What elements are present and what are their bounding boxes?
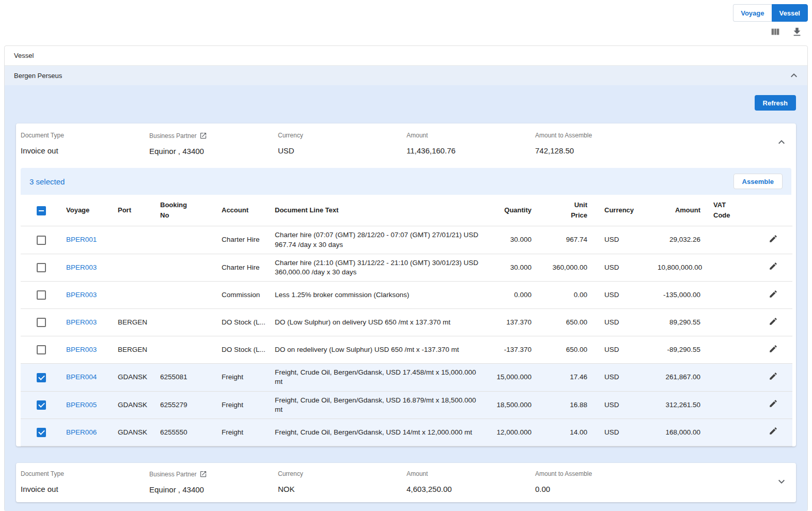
vat-code-cell bbox=[705, 364, 754, 391]
invoice-card-nok-summary: Document Type Invoice out Business Partn… bbox=[21, 463, 791, 502]
port-cell bbox=[114, 282, 156, 309]
voyage-toggle-button[interactable]: Voyage bbox=[733, 4, 771, 22]
selection-bar: 3 selected Assemble bbox=[21, 168, 791, 195]
table-row: BPER006 GDANSK 6255550 Freight Freight, … bbox=[21, 419, 792, 446]
edit-icon[interactable] bbox=[769, 426, 778, 436]
field-business-partner: Business Partner Equinor , 43400 bbox=[149, 470, 278, 494]
row-checkbox[interactable] bbox=[37, 290, 46, 300]
vat-code-cell bbox=[705, 391, 754, 419]
port-cell: BERGEN bbox=[114, 309, 156, 336]
voyage-link[interactable]: BPER003 bbox=[66, 318, 97, 326]
columns-icon[interactable] bbox=[770, 26, 782, 39]
row-checkbox[interactable] bbox=[37, 373, 46, 382]
voyage-link[interactable]: BPER004 bbox=[66, 373, 97, 381]
vat-code-cell bbox=[705, 282, 754, 309]
line-text-cell: Charter hire (07:07 (GMT) 28/12/20 - 07:… bbox=[271, 226, 489, 254]
line-text-cell: Less 1.25% broker commission (Clarksons) bbox=[271, 282, 489, 309]
chevron-down-icon[interactable] bbox=[775, 475, 788, 488]
port-cell bbox=[114, 226, 156, 254]
row-checkbox[interactable] bbox=[37, 400, 46, 410]
edit-icon[interactable] bbox=[769, 289, 778, 299]
vessel-group-row[interactable]: Bergen Perseus bbox=[5, 66, 807, 85]
row-checkbox[interactable] bbox=[37, 345, 46, 354]
table-toolbar-icons bbox=[770, 26, 804, 39]
header-account: Account bbox=[217, 195, 271, 226]
row-checkbox[interactable] bbox=[37, 428, 46, 437]
row-checkbox[interactable] bbox=[37, 318, 46, 327]
row-checkbox[interactable] bbox=[37, 236, 46, 245]
field-label: Document Type bbox=[21, 132, 64, 139]
row-checkbox[interactable] bbox=[37, 263, 46, 272]
field-value: Equinor , 43400 bbox=[149, 485, 273, 494]
edit-icon[interactable] bbox=[769, 371, 778, 381]
table-row: BPER005 GDANSK 6255279 Freight Freight, … bbox=[21, 391, 792, 419]
vessel-name: Bergen Perseus bbox=[14, 72, 62, 80]
edit-icon[interactable] bbox=[769, 317, 778, 326]
view-toggle-group: Voyage Vessel bbox=[733, 4, 808, 22]
edit-icon[interactable] bbox=[769, 344, 778, 353]
port-cell bbox=[114, 254, 156, 281]
refresh-row: Refresh bbox=[5, 85, 807, 123]
edit-icon[interactable] bbox=[769, 399, 778, 408]
account-cell: Charter Hire bbox=[217, 254, 271, 281]
line-text-cell: Freight, Crude Oil, Bergen/Gdansk, USD 1… bbox=[271, 391, 489, 419]
voyage-link[interactable]: BPER003 bbox=[66, 291, 97, 299]
account-cell: Freight bbox=[217, 364, 271, 391]
table-row: BPER003 Commission Less 1.25% broker com… bbox=[21, 282, 792, 309]
assemble-button[interactable]: Assemble bbox=[733, 174, 783, 189]
external-link-icon[interactable] bbox=[199, 470, 207, 478]
account-cell: Freight bbox=[217, 419, 271, 446]
vessel-toggle-button[interactable]: Vessel bbox=[772, 4, 808, 22]
voyage-link[interactable]: BPER003 bbox=[66, 264, 97, 271]
field-currency: Currency USD bbox=[278, 132, 407, 156]
voyage-link[interactable]: BPER001 bbox=[66, 236, 97, 243]
voyage-link[interactable]: BPER003 bbox=[66, 346, 97, 353]
unit-price-cell: 967.74 bbox=[536, 226, 591, 254]
field-value: NOK bbox=[278, 485, 401, 493]
field-value: 742,128.50 bbox=[535, 146, 659, 155]
chevron-up-icon[interactable] bbox=[788, 69, 800, 82]
amount-cell: -89,290.55 bbox=[653, 336, 705, 364]
field-value: Invoice out bbox=[21, 485, 144, 493]
port-cell: GDANSK bbox=[114, 419, 156, 446]
unit-price-cell: 360,000.00 bbox=[536, 254, 591, 281]
panel-title: Vessel bbox=[5, 46, 807, 66]
currency-cell: USD bbox=[591, 309, 653, 336]
vat-code-cell bbox=[705, 226, 754, 254]
vessel-group-body: Refresh Document Type Invoice out Busine… bbox=[5, 85, 807, 511]
line-text-cell: Freight, Crude Oil, Bergen/Gdansk, USD 1… bbox=[271, 419, 489, 446]
voyage-link[interactable]: BPER006 bbox=[66, 428, 97, 436]
field-label: Currency bbox=[278, 132, 303, 139]
field-value: Invoice out bbox=[21, 146, 144, 155]
booking-no-cell: 6255279 bbox=[156, 391, 217, 419]
header-currency: Currency bbox=[591, 195, 653, 226]
currency-cell: USD bbox=[591, 364, 653, 391]
chevron-up-icon[interactable] bbox=[775, 136, 788, 148]
select-all-checkbox[interactable] bbox=[37, 206, 46, 215]
vat-code-cell bbox=[705, 419, 754, 446]
booking-no-cell bbox=[156, 254, 217, 281]
refresh-button[interactable]: Refresh bbox=[755, 95, 796, 111]
external-link-icon[interactable] bbox=[199, 132, 207, 140]
edit-icon[interactable] bbox=[769, 234, 778, 243]
table-header-row: Voyage Port Booking No Account Document … bbox=[21, 195, 792, 226]
quantity-cell: 137.370 bbox=[489, 309, 536, 336]
quantity-cell: 12,000.000 bbox=[489, 419, 536, 446]
field-amount: Amount 11,436,160.76 bbox=[407, 132, 535, 156]
invoice-card-usd: Document Type Invoice out Business Partn… bbox=[16, 123, 796, 446]
header-edit bbox=[754, 195, 792, 226]
edit-icon[interactable] bbox=[769, 261, 778, 271]
download-icon[interactable] bbox=[791, 26, 804, 39]
port-cell: GDANSK bbox=[114, 364, 156, 391]
voyage-link[interactable]: BPER005 bbox=[66, 401, 97, 409]
currency-cell: USD bbox=[591, 336, 653, 364]
booking-no-cell bbox=[156, 336, 217, 364]
unit-price-cell: 0.00 bbox=[536, 282, 591, 309]
port-cell: GDANSK bbox=[114, 391, 156, 419]
unit-price-cell: 16.88 bbox=[536, 391, 591, 419]
field-amount-to-assemble: Amount to Assemble 742,128.50 bbox=[535, 132, 664, 156]
field-label: Amount to Assemble bbox=[535, 132, 592, 139]
table-row: BPER001 Charter Hire Charter hire (07:07… bbox=[21, 226, 792, 254]
field-value: 0.00 bbox=[535, 485, 659, 493]
quantity-cell: 30.000 bbox=[489, 226, 536, 254]
